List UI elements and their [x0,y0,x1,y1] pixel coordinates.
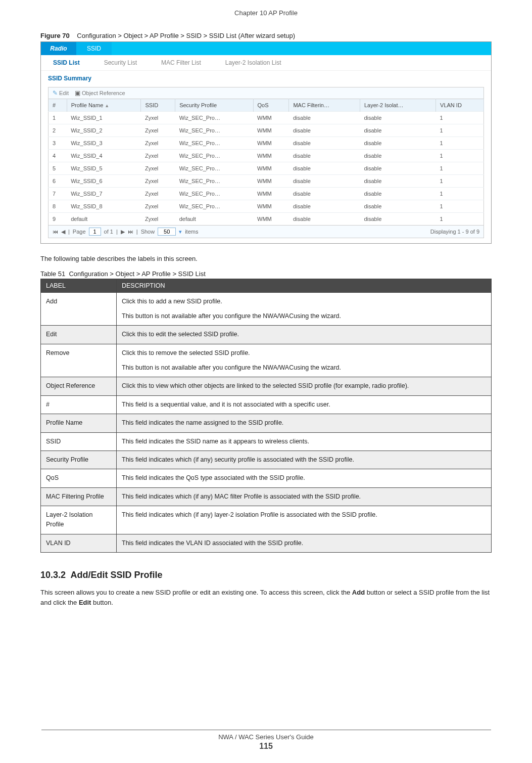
page-footer: NWA / WAC Series User's Guide 115 [0,730,532,751]
edit-button[interactable]: ✎ Edit [53,89,69,97]
object-reference-button[interactable]: ▣ Object Reference [75,89,125,97]
col-vlan-id[interactable]: VLAN ID [436,99,484,112]
pager-last-icon[interactable]: ⏭ [128,229,133,235]
tab-ssid[interactable]: SSID [76,42,112,55]
desc-row: RemoveClick this to remove the selected … [41,344,492,377]
top-tabs: Radio SSID [41,42,491,55]
grid-cell: Wiz_SEC_Pro… [175,200,253,213]
subtab-ssid-list[interactable]: SSID List [41,55,92,70]
grid-cell: Zyxel [141,188,175,200]
grid-cell: Wiz_SSID_2 [67,124,141,137]
table-row[interactable]: 3Wiz_SSID_3ZyxelWiz_SEC_Pro…WMMdisabledi… [49,137,484,150]
grid-cell: WMM [253,175,289,188]
table-row[interactable]: 8Wiz_SSID_8ZyxelWiz_SEC_Pro…WMMdisabledi… [49,200,484,213]
grid-cell: 1 [436,112,484,124]
grid-cell: disable [360,200,436,213]
table-row[interactable]: 7Wiz_SSID_7ZyxelWiz_SEC_Pro…WMMdisabledi… [49,188,484,200]
grid-cell: 2 [49,124,67,137]
desc-label: VLAN ID [41,534,117,552]
pager-page-input[interactable] [89,228,101,236]
desc-label: Layer-2 Isolation Profile [41,506,117,534]
pager-next-icon[interactable]: ▶ [121,229,125,235]
pager-items-label: items [185,229,198,235]
table-row[interactable]: 1Wiz_SSID_1ZyxelWiz_SEC_Pro…WMMdisabledi… [49,112,484,124]
col-qos[interactable]: QoS [253,99,289,112]
desc-label: SSID [41,432,117,451]
grid-cell: disable [289,137,360,150]
pager-show-label: Show [141,229,155,235]
grid-cell: disable [289,150,360,162]
subsection-heading: 10.3.2 Add/Edit SSID Profile [40,570,492,580]
grid-cell: disable [360,162,436,175]
grid-cell: disable [360,175,436,188]
col-security-profile[interactable]: Security Profile [175,99,253,112]
desc-label: Edit [41,326,117,344]
pager-of-text: of 1 [104,229,113,235]
desc-row: VLAN IDThis field indicates the VLAN ID … [41,534,492,552]
grid-cell: Zyxel [141,150,175,162]
pager-prev-icon[interactable]: ◀ [61,229,65,235]
grid-cell: Wiz_SSID_6 [67,175,141,188]
col-ssid[interactable]: SSID [141,99,175,112]
figure-caption-text: Configuration > Object > AP Profile > SS… [77,32,295,39]
figure-caption: Figure 70 Configuration > Object > AP Pr… [40,32,492,39]
table-row[interactable]: 6Wiz_SSID_6ZyxelWiz_SEC_Pro…WMMdisabledi… [49,175,484,188]
subtab-mac-filter-list[interactable]: MAC Filter List [149,55,213,70]
col-layer2-isolation[interactable]: Layer-2 Isolat… [360,99,436,112]
desc-row: EditClick this to edit the selected SSID… [41,326,492,344]
subtab-security-list[interactable]: Security List [92,55,149,70]
desc-row: SSIDThis field indicates the SSID name a… [41,432,492,451]
grid-cell: WMM [253,162,289,175]
chevron-down-icon[interactable]: ▾ [179,229,182,235]
grid-cell: disable [360,150,436,162]
grid-cell: 6 [49,175,67,188]
grid-cell: 1 [436,175,484,188]
table-row[interactable]: 4Wiz_SSID_4ZyxelWiz_SEC_Pro…WMMdisabledi… [49,150,484,162]
table-row[interactable]: 5Wiz_SSID_5ZyxelWiz_SEC_Pro…WMMdisabledi… [49,162,484,175]
grid-cell: 4 [49,150,67,162]
grid-cell: Zyxel [141,112,175,124]
pager-page-label: Page [73,229,86,235]
desc-row: #This field is a sequential value, and i… [41,395,492,414]
chapter-header: Chapter 10 AP Profile [40,0,492,32]
desc-text: This field indicates which (if any) secu… [117,451,492,469]
grid-cell: Wiz_SEC_Pro… [175,150,253,162]
desc-text: This field indicates the QoS type associ… [117,469,492,487]
intro-text: The following table describes the labels… [40,254,492,264]
grid-cell: Zyxel [141,137,175,150]
grid-cell: 1 [436,150,484,162]
grid-cell: disable [289,213,360,226]
table51-caption: Table 51 Configuration > Object > AP Pro… [40,270,492,278]
table-row[interactable]: 2Wiz_SSID_2ZyxelWiz_SEC_Pro…WMMdisabledi… [49,124,484,137]
grid-cell: Wiz_SSID_5 [67,162,141,175]
grid-cell: disable [289,175,360,188]
tab-radio[interactable]: Radio [41,42,76,55]
grid-cell: disable [360,124,436,137]
pager-first-icon[interactable]: ⏮ [53,229,58,235]
grid-cell: disable [289,200,360,213]
desc-label: QoS [41,469,117,487]
edit-icon: ✎ [53,89,58,97]
col-mac-filtering[interactable]: MAC Filterin… [289,99,360,112]
grid-cell: Wiz_SEC_Pro… [175,188,253,200]
grid-cell: WMM [253,124,289,137]
desc-label: MAC Filtering Profile [41,487,117,506]
desc-label: # [41,395,117,414]
pager: ⏮ ◀ | Page of 1 | ▶ ⏭ | Show ▾ items Dis… [48,226,484,238]
grid-cell: disable [289,188,360,200]
desc-label: Security Profile [41,451,117,469]
col-num[interactable]: # [49,99,67,112]
grid-toolbar: ✎ Edit ▣ Object Reference [48,87,484,99]
grid-cell: 1 [436,213,484,226]
desc-row: Security ProfileThis field indicates whi… [41,451,492,469]
desc-text: Click this to edit the selected SSID pro… [117,326,492,344]
pager-show-select[interactable] [158,228,176,236]
table-row[interactable]: 9defaultZyxeldefaultWMMdisabledisable1 [49,213,484,226]
desc-text: This field indicates which (if any) MAC … [117,487,492,506]
grid-cell: 1 [436,137,484,150]
desc-text: Click this to add a new SSID profile.Thi… [117,292,492,326]
col-profile-name[interactable]: Profile Name▲ [67,99,141,112]
desc-label: Profile Name [41,414,117,432]
subtab-layer2-isolation-list[interactable]: Layer-2 Isolation List [213,55,294,70]
tab-bar-rest [112,42,491,55]
